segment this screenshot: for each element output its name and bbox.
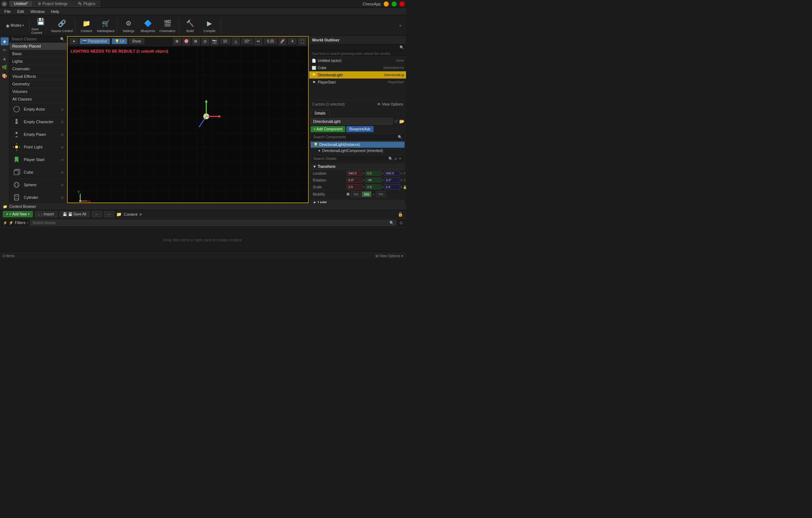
- camera-speed-btn[interactable]: 4: [288, 38, 297, 44]
- category-recently-placed[interactable]: Recently Placed: [9, 43, 67, 50]
- location-z-input[interactable]: [384, 171, 400, 176]
- camera-speed-icon[interactable]: 🚀: [279, 38, 287, 45]
- mode-select-button[interactable]: ◈: [1, 37, 9, 45]
- menu-file[interactable]: File: [1, 9, 14, 14]
- placement-item-empty-pawn[interactable]: Empty Pawn ⊕: [9, 128, 67, 141]
- scale-lock-icon[interactable]: 🔒: [403, 185, 406, 189]
- mode-mesh-button[interactable]: 🎨: [1, 72, 9, 80]
- pivot-icon-btn[interactable]: ◎: [201, 38, 209, 45]
- category-visual-effects[interactable]: Visual Effects: [9, 73, 67, 80]
- viewport[interactable]: ▾ 📷 Perspective 💡 Lit Show ⊕ 🎯 ⊞ ◎ 📷 10 …: [67, 36, 309, 203]
- category-volumes[interactable]: Volumes: [9, 88, 67, 95]
- category-basic[interactable]: Basic: [9, 50, 67, 58]
- actor-name-input[interactable]: [311, 118, 393, 125]
- save-all-button[interactable]: 💾 💾 Save All: [59, 211, 90, 217]
- tab-project-settings[interactable]: ⚙ Project Settings: [33, 1, 72, 7]
- mode-paint-button[interactable]: ✏: [1, 46, 9, 54]
- compile-button[interactable]: ▶ Compile: [200, 17, 219, 35]
- outliner-item-player-start[interactable]: ⚑ PlayerStart PlayerStart: [309, 79, 406, 86]
- rotation-snap-btn[interactable]: 10°: [241, 38, 253, 44]
- component-item-directional-light-instance[interactable]: 💡 DirectionalLight(Instance): [311, 142, 405, 148]
- tab-plugins[interactable]: 🔌 Plugins: [73, 1, 100, 7]
- location-reset-icon[interactable]: ↺: [403, 171, 406, 175]
- outliner-search-input[interactable]: [311, 45, 400, 49]
- view-options-content[interactable]: ⊞ View Options ▾: [375, 254, 403, 258]
- window-minimize-button[interactable]: [384, 1, 389, 6]
- mobility-static-button-1[interactable]: Sta: [351, 191, 361, 197]
- nav-back-button[interactable]: ←: [92, 211, 102, 217]
- content-browser-lock-icon[interactable]: 🔒: [398, 212, 403, 217]
- save-current-button[interactable]: 💾 Save Current: [31, 17, 50, 35]
- blueprints-button[interactable]: 🔷 Blueprints: [139, 17, 157, 35]
- filters-button[interactable]: ⚡ Filters: [9, 220, 26, 225]
- mode-landscape-button[interactable]: ▲: [1, 55, 9, 63]
- placement-item-empty-actor[interactable]: Empty Actor ⊕: [9, 103, 67, 116]
- components-search-input[interactable]: [313, 135, 398, 139]
- search-classes-input[interactable]: [12, 37, 60, 41]
- perspective-button[interactable]: 📷 Perspective: [80, 38, 110, 44]
- lit-button[interactable]: 💡 Lit: [112, 38, 127, 44]
- add-component-button[interactable]: + Add Component: [311, 126, 345, 132]
- scale-icon-btn[interactable]: ⇔: [254, 38, 262, 45]
- window-close-button[interactable]: [400, 1, 405, 6]
- add-new-button[interactable]: + + Add New ▾: [3, 211, 33, 217]
- viewport-dropdown-button[interactable]: ▾: [70, 38, 78, 44]
- show-button[interactable]: Show: [129, 38, 144, 44]
- cinematics-button[interactable]: 🎬 Cinematics: [158, 17, 177, 35]
- menu-edit[interactable]: Edit: [14, 9, 27, 14]
- mobility-static-button-2[interactable]: Sta: [362, 191, 372, 197]
- placement-item-player-start[interactable]: Player Start ⊕: [9, 153, 67, 166]
- tab-untitled[interactable]: Untitled*: [9, 1, 32, 7]
- scale-snap-btn[interactable]: 0.25: [264, 38, 277, 44]
- details-reset-icon[interactable]: ↺: [394, 119, 398, 124]
- category-geometry[interactable]: Geometry: [9, 80, 67, 88]
- search-assets-input[interactable]: [32, 221, 389, 225]
- mode-foliage-button[interactable]: 🌿: [1, 63, 9, 71]
- viewport-canvas[interactable]: LIGHTING NEEDS TO BE REBUILT (1 unbuilt …: [68, 46, 308, 202]
- outliner-item-directional-light[interactable]: 💡 DirectionalLight DirectionalLig: [309, 71, 406, 79]
- blueprint-button[interactable]: Blueprint/Adc: [346, 126, 373, 132]
- component-item-directional-light-component[interactable]: ✦ DirectionalLightComponent (Inherited): [311, 148, 405, 154]
- content-search-settings-icon[interactable]: ⚙: [399, 220, 403, 225]
- placement-item-sphere[interactable]: Sphere ⊕: [9, 179, 67, 191]
- rotation-reset-icon[interactable]: ↺: [403, 178, 406, 182]
- rotation-z-input[interactable]: [384, 178, 400, 183]
- outliner-item-cube[interactable]: ⬜ Cube StaticMeshAct: [309, 64, 406, 71]
- placement-item-cylinder[interactable]: Cylinder ⊕: [9, 191, 67, 203]
- scale-y-input[interactable]: [365, 184, 381, 189]
- build-button[interactable]: 🔨 Build: [181, 17, 199, 35]
- rotation-y-input[interactable]: [365, 178, 381, 183]
- modes-dropdown[interactable]: ◈ Modes ▾: [2, 17, 27, 35]
- scale-z-input[interactable]: [384, 184, 400, 189]
- marketplace-button[interactable]: 🛒 Marketplace: [96, 17, 115, 35]
- category-cinematic[interactable]: Cinematic: [9, 65, 67, 73]
- placement-item-cube[interactable]: Cube ⊕: [9, 166, 67, 179]
- breadcrumb-content[interactable]: Content: [124, 212, 138, 216]
- location-y-input[interactable]: [365, 171, 381, 176]
- expand-toolbar-button[interactable]: »: [397, 17, 404, 35]
- import-button[interactable]: ↓ ↓ Import: [35, 211, 57, 217]
- grid-icon-btn[interactable]: ⊞: [192, 38, 200, 45]
- settings-button[interactable]: ⚙ Settings: [119, 17, 138, 35]
- grid-size-btn[interactable]: 10: [220, 38, 230, 44]
- menu-window[interactable]: Window: [28, 9, 48, 14]
- maximize-icon-btn[interactable]: ⛶: [298, 38, 306, 45]
- category-all-classes[interactable]: All Classes: [9, 95, 67, 103]
- details-search-input[interactable]: [313, 157, 388, 161]
- light-header[interactable]: ▼ Light: [311, 200, 405, 203]
- angle-icon-btn[interactable]: △: [232, 38, 240, 45]
- snap-icon-btn[interactable]: 🎯: [182, 38, 190, 45]
- content-button[interactable]: 📁 Content: [77, 17, 96, 35]
- window-restore-button[interactable]: [392, 1, 397, 6]
- details-tab[interactable]: Details: [311, 110, 330, 117]
- menu-help[interactable]: Help: [48, 9, 62, 14]
- source-control-button[interactable]: 🔗 Source Control: [51, 17, 73, 35]
- view-options-button[interactable]: 👁 View Options: [377, 102, 403, 106]
- nav-forward-button[interactable]: →: [104, 211, 114, 217]
- placement-item-point-light[interactable]: Point Light ⊕: [9, 141, 67, 153]
- rotation-x-input[interactable]: [347, 178, 362, 183]
- placement-item-empty-character[interactable]: Empty Character ⊕: [9, 116, 67, 128]
- transform-icon-btn[interactable]: ⊕: [173, 38, 181, 45]
- scale-x-input[interactable]: [347, 184, 362, 189]
- camera-icon-btn[interactable]: 📷: [211, 38, 218, 45]
